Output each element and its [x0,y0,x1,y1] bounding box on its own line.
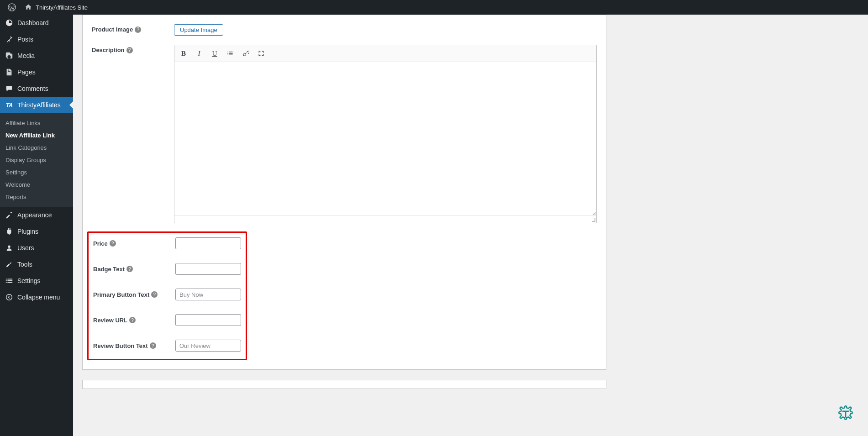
row-badge-text: Badge Text ? [89,263,241,275]
help-icon[interactable]: ? [110,240,116,247]
bullet-list-button[interactable] [225,48,236,59]
review-button-text-input[interactable] [175,340,241,352]
help-icon[interactable]: ? [126,266,133,272]
collapse-label: Collapse menu [17,294,60,301]
subitem-new-affiliate-link[interactable]: New Affiliate Link [0,129,73,142]
label-review-url: Review URL ? [93,317,175,324]
sidebar-item-plugins[interactable]: Plugins [0,223,73,240]
help-icon[interactable]: ? [126,47,133,53]
description-textarea[interactable] [174,62,596,215]
label-primary-button-text: Primary Button Text ? [93,291,175,298]
svg-point-1 [6,294,12,300]
review-url-input[interactable] [175,314,241,326]
help-icon[interactable]: ? [129,317,136,323]
editor-toolbar: B I U [174,45,596,62]
price-input[interactable] [175,237,241,249]
tools-icon [5,260,14,269]
sidebar-item-media[interactable]: Media [0,47,73,64]
italic-button[interactable]: I [194,48,205,59]
sidebar-item-tools[interactable]: Tools [0,256,73,273]
wordpress-icon [7,3,16,12]
menu-label: Tools [17,261,32,268]
label-price: Price ? [93,240,175,247]
secondary-panel [82,380,606,389]
menu-label: Settings [17,277,41,284]
home-icon [24,3,33,12]
subitem-settings[interactable]: Settings [0,166,73,179]
pages-icon [5,68,14,77]
label-product-image: Product Image ? [92,24,174,33]
menu-label: Dashboard [17,19,49,26]
main-content: Product Image ? Update Image Description… [73,15,868,398]
plugins-icon [5,227,14,236]
editor-statusbar [174,215,596,223]
resize-handle[interactable] [591,217,595,222]
wp-logo-item[interactable] [4,3,20,12]
subitem-affiliate-links[interactable]: Affiliate Links [0,117,73,129]
help-icon[interactable]: ? [135,26,141,33]
help-icon[interactable]: ? [151,291,158,298]
settings-icon [5,276,14,285]
sidebar-item-settings[interactable]: Settings [0,273,73,289]
admin-sidebar: Dashboard Posts Media Pages Comments TA … [0,15,73,398]
row-product-image: Product Image ? Update Image [92,24,597,36]
label-review-button-text: Review Button Text ? [93,342,175,349]
sidebar-item-thirstyaffiliates[interactable]: TA ThirstyAffiliates [0,97,73,113]
primary-button-text-input[interactable] [175,289,241,300]
row-description: Description ? B I U [92,45,597,223]
dashboard-icon [5,18,14,27]
menu-label: Users [17,244,34,252]
subitem-link-categories[interactable]: Link Categories [0,142,73,154]
site-name: ThirstyAffiliates Site [36,4,88,11]
menu-label: Posts [17,36,33,43]
subitem-reports[interactable]: Reports [0,191,73,203]
menu-label: Appearance [17,211,52,219]
bold-button[interactable]: B [178,48,189,59]
sidebar-item-dashboard[interactable]: Dashboard [0,15,73,31]
sidebar-item-pages[interactable]: Pages [0,64,73,80]
highlighted-fields: Price ? Badge Text ? Primary Button Text… [87,231,247,360]
sidebar-item-appearance[interactable]: Appearance [0,207,73,223]
comments-icon [5,84,14,93]
menu-label: Media [17,52,35,59]
sidebar-item-posts[interactable]: Posts [0,31,73,47]
menu-label: Plugins [17,228,38,235]
fullscreen-button[interactable] [256,48,267,59]
menu-label: Comments [17,85,48,92]
update-image-button[interactable]: Update Image [174,24,223,36]
admin-bar: ThirstyAffiliates Site [0,0,868,15]
sidebar-item-comments[interactable]: Comments [0,80,73,97]
row-primary-button-text: Primary Button Text ? [89,289,241,300]
appearance-icon [5,210,14,220]
menu-label: Pages [17,68,36,76]
row-review-button-text: Review Button Text ? [89,340,241,352]
subitem-welcome[interactable]: Welcome [0,179,73,191]
media-icon [5,51,14,60]
users-icon [5,243,14,252]
collapse-icon [5,293,14,302]
description-editor: B I U [174,45,597,223]
label-description: Description ? [92,45,174,53]
row-review-url: Review URL ? [89,314,241,326]
menu-label: ThirstyAffiliates [17,101,61,109]
sidebar-item-users[interactable]: Users [0,240,73,256]
thirstyaffiliates-icon: TA [5,100,14,110]
site-home-link[interactable]: ThirstyAffiliates Site [20,3,91,12]
thirstyaffiliates-submenu: Affiliate Links New Affiliate Link Link … [0,113,73,207]
row-price: Price ? [89,237,241,249]
badge-text-input[interactable] [175,263,241,275]
underline-button[interactable]: U [209,48,220,59]
link-button[interactable] [240,48,251,59]
help-icon[interactable]: ? [150,342,156,349]
subitem-display-groups[interactable]: Display Groups [0,154,73,166]
pin-icon [5,35,14,44]
sidebar-collapse[interactable]: Collapse menu [0,289,73,305]
form-panel: Product Image ? Update Image Description… [82,15,606,370]
label-badge-text: Badge Text ? [93,266,175,273]
